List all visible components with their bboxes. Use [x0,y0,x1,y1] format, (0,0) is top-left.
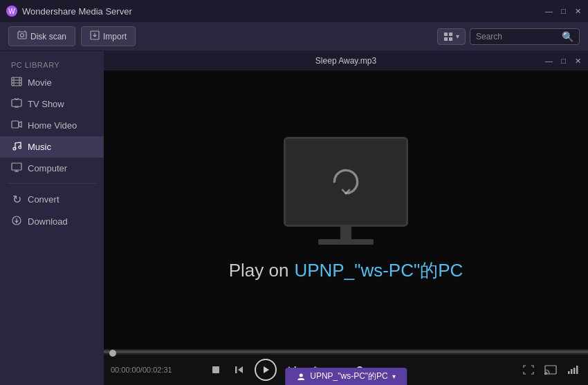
time-current: 00:00:00 [111,366,140,374]
svg-rect-27 [235,366,237,373]
tv-screen [284,137,408,227]
toolbar-right: ▾ 🔍 [437,28,580,45]
sidebar-item-computer[interactable]: Computer [0,158,104,179]
svg-point-38 [300,373,303,377]
sidebar-item-download[interactable]: Download [0,211,104,232]
play-on-text: Play on UPNP_"ws-PC"的PC [229,259,463,283]
svg-rect-36 [573,368,576,374]
movie-icon [11,77,22,88]
sidebar-item-movie[interactable]: Movie [0,72,104,93]
svg-rect-35 [571,369,573,374]
maximize-button[interactable]: □ [559,7,568,16]
sync-icon [329,165,363,199]
svg-rect-7 [444,37,448,41]
svg-rect-14 [12,100,21,106]
music-icon [11,141,22,153]
play-button[interactable] [255,359,277,381]
download-label: Download [28,216,68,227]
content-area: Sleep Away.mp3 — □ ✕ [104,51,588,385]
minimize-button[interactable]: — [544,7,553,16]
fullscreen-button[interactable] [520,361,537,378]
player-minimize-button[interactable]: — [544,57,553,66]
time-total: 00:02:31 [143,366,172,374]
device-bar-label: UPNP_"ws-PC"的PC [310,370,388,382]
music-label: Music [28,142,51,152]
titlebar-left: W Wondershare Media Server [6,5,132,17]
player-progress-bar[interactable] [104,349,588,355]
device-name-label: UPNP_"ws-PC"的PC [294,259,463,283]
player-window-controls: — □ ✕ [544,57,582,66]
homevideo-icon [11,120,22,131]
toolbar: Disk scan Import ▾ 🔍 [0,22,588,51]
stop-button[interactable] [208,361,224,378]
svg-point-33 [545,373,546,375]
movie-label: Movie [28,77,52,88]
view-toggle-button[interactable]: ▾ [437,28,466,45]
tv-stand-base [318,239,374,245]
svg-rect-5 [444,32,448,36]
disk-scan-button[interactable]: Disk scan [8,26,75,46]
sidebar-item-homevideo[interactable]: Home Video [0,115,104,136]
convert-label: Convert [28,194,59,205]
svg-rect-17 [12,121,19,128]
prev-button[interactable] [231,361,248,378]
svg-rect-9 [12,77,21,86]
main-layout: PC Library Movie [0,51,588,385]
progress-track [104,350,588,353]
progress-thumb [109,350,116,357]
svg-rect-25 [212,366,219,373]
import-label: Import [103,32,127,41]
sidebar-section-label: PC Library [0,57,104,72]
computer-icon [11,162,22,174]
titlebar-controls: — □ ✕ [544,7,582,16]
device-bar[interactable]: UPNP_"ws-PC"的PC ▾ [285,368,407,385]
player-titlebar: Sleep Away.mp3 — □ ✕ [104,51,588,71]
search-box: 🔍 [470,28,580,45]
sidebar-divider [7,183,97,184]
player-right-controls [520,361,581,378]
search-icon[interactable]: 🔍 [562,31,573,42]
tv-stand-neck [340,227,351,239]
close-button[interactable]: ✕ [573,7,582,16]
player-maximize-button[interactable]: □ [559,57,568,66]
svg-rect-6 [449,32,452,36]
svg-marker-28 [264,366,269,373]
sidebar-item-tvshow[interactable]: TV Show [0,93,104,115]
app-title: Wondershare Media Server [22,6,132,17]
import-icon [90,30,100,42]
sidebar: PC Library Movie [0,51,104,385]
svg-rect-37 [576,366,578,374]
convert-icon: ↻ [11,193,22,206]
player-close-button[interactable]: ✕ [573,57,582,66]
sidebar-item-music[interactable]: Music [0,136,104,158]
player-display: Play on UPNP_"ws-PC"的PC [104,71,588,349]
chevron-down-icon: ▾ [456,32,459,40]
svg-marker-26 [238,366,243,373]
tvshow-label: TV Show [28,99,64,109]
titlebar: W Wondershare Media Server — □ ✕ [0,0,588,22]
svg-rect-8 [449,37,452,41]
svg-rect-21 [12,163,21,170]
play-on-label: Play on [229,260,289,281]
download-icon [11,216,22,227]
time-display: 00:00:00/00:02:31 [111,366,201,374]
homevideo-label: Home Video [28,120,77,131]
svg-text:W: W [8,8,15,15]
player-title: Sleep Away.mp3 [315,56,376,66]
svg-marker-18 [19,122,21,127]
svg-point-3 [21,34,24,37]
tv-illustration [284,137,408,245]
svg-rect-2 [18,32,26,39]
import-button[interactable]: Import [81,26,136,46]
disk-scan-label: Disk scan [30,32,66,41]
app-logo-icon: W [6,5,18,17]
cast-button[interactable] [542,361,559,378]
search-input[interactable] [476,32,559,41]
disk-scan-icon [17,30,27,42]
svg-rect-34 [568,371,570,374]
tvshow-icon [11,98,22,110]
device-bar-chevron: ▾ [392,373,396,380]
sidebar-item-convert[interactable]: ↻ Convert [0,188,104,211]
computer-label: Computer [28,163,67,173]
player-window: Sleep Away.mp3 — □ ✕ [104,51,588,385]
